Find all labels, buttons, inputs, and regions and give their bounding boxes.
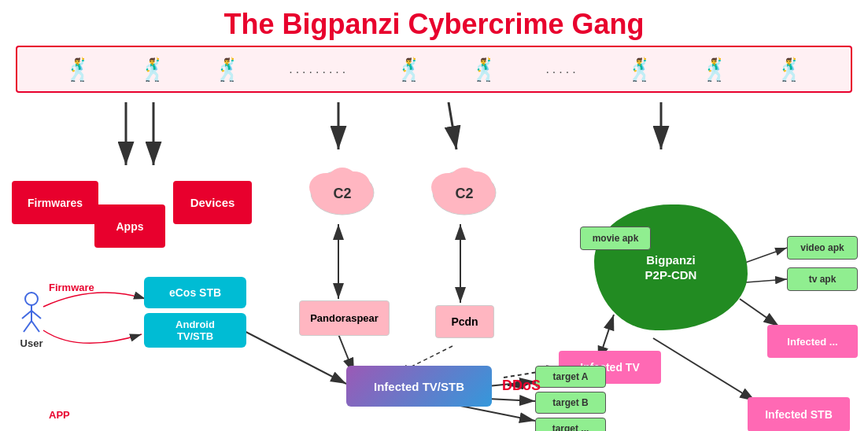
infected-dots-box: Infected ... xyxy=(767,325,858,358)
svg-point-34 xyxy=(25,293,38,305)
firmware-label: Firmware xyxy=(49,282,94,293)
svg-line-37 xyxy=(31,311,41,319)
stick-figure-7: 🕺 xyxy=(701,57,729,83)
target-dots-box: target ... xyxy=(535,418,606,431)
svg-line-18 xyxy=(456,405,535,421)
c2-right-cloud: C2 xyxy=(425,149,504,220)
app-label: APP xyxy=(49,409,70,421)
pcdn-box: Pcdn xyxy=(435,305,494,338)
target-a-box: target A xyxy=(535,366,606,388)
infected-stb-box: Infected STB xyxy=(748,397,850,431)
target-b-box: target B xyxy=(535,392,606,414)
svg-line-39 xyxy=(31,321,39,332)
stick-figure-4: 🕺 xyxy=(396,57,423,83)
title: The Bigpanzi Cybercrime Gang xyxy=(0,0,868,46)
ddos-label: DDoS xyxy=(502,378,541,394)
dots-1: ......... xyxy=(289,62,349,76)
svg-text:C2: C2 xyxy=(333,186,351,201)
c2-left-cloud: C2 xyxy=(303,149,382,220)
user-figure: User xyxy=(16,291,47,349)
movie-apk-box: movie apk xyxy=(580,227,651,250)
tv-apk-box: tv apk xyxy=(787,267,858,291)
victims-banner: 🕺 🕺 🕺 ......... 🕺 🕺 ..... 🕺 🕺 🕺 xyxy=(16,46,852,93)
user-label: User xyxy=(16,337,47,349)
svg-line-36 xyxy=(22,311,31,319)
firmwares-box: Firmwares xyxy=(12,181,98,224)
svg-line-14 xyxy=(653,338,755,401)
bigpanzi-blob: Bigpanzi P2P-CDN xyxy=(594,204,748,330)
svg-line-38 xyxy=(24,321,31,332)
pandoraspear-box: Pandoraspear xyxy=(299,300,390,336)
stick-figure-8: 🕺 xyxy=(776,57,803,83)
stick-figure-2: 🕺 xyxy=(139,57,167,83)
android-tvstb-box: Android TV/STB xyxy=(144,313,246,348)
stick-figure-3: 🕺 xyxy=(214,57,242,83)
stick-figure-1: 🕺 xyxy=(65,57,92,83)
infected-tvstb-box: Infected TV/STB xyxy=(346,366,492,407)
stick-figure-5: 🕺 xyxy=(471,57,498,83)
svg-text:C2: C2 xyxy=(455,186,473,201)
stick-figure-6: 🕺 xyxy=(626,57,654,83)
dots-2: ..... xyxy=(545,62,578,76)
ecos-stb-box: eCos STB xyxy=(144,277,246,308)
svg-line-6 xyxy=(449,102,456,149)
apps-box: Apps xyxy=(94,204,165,248)
video-apk-box: video apk xyxy=(787,236,858,260)
svg-line-15 xyxy=(740,299,779,326)
devices-box: Devices xyxy=(173,181,252,224)
